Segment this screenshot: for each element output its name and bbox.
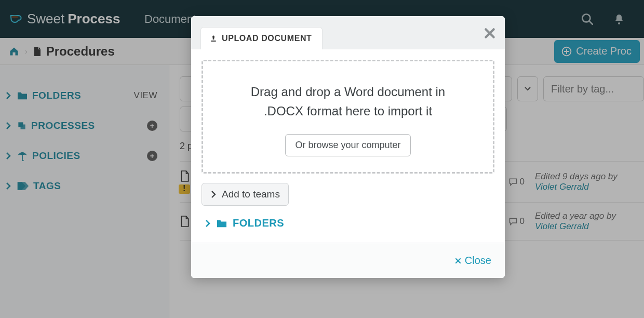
file-dropzone[interactable]: Drag and drop a Word document in .DOCX f…	[202, 60, 494, 174]
upload-document-modal: UPLOAD DOCUMENT Drag and drop a Word doc…	[191, 16, 505, 278]
folder-icon	[216, 219, 227, 228]
add-teams-label: Add to teams	[222, 189, 280, 200]
chevron-right-icon	[205, 219, 211, 228]
close-icon[interactable]	[483, 27, 497, 40]
browse-computer-button[interactable]: Or browse your computer	[285, 134, 410, 156]
modal-footer: Close	[191, 243, 505, 278]
close-button[interactable]: Close	[454, 255, 491, 267]
upload-document-tab[interactable]: UPLOAD DOCUMENT	[200, 27, 323, 49]
modal-folders-section[interactable]: FOLDERS	[202, 209, 494, 232]
upload-icon	[209, 34, 218, 43]
tab-label: UPLOAD DOCUMENT	[222, 34, 312, 43]
svg-rect-8	[211, 41, 216, 42]
chevron-right-icon	[210, 190, 217, 198]
modal-body: Drag and drop a Word document in .DOCX f…	[191, 49, 505, 243]
dropzone-text: Drag and drop a Word document in .DOCX f…	[234, 82, 462, 121]
x-icon	[454, 257, 462, 264]
modal-tabbar: UPLOAD DOCUMENT	[191, 16, 505, 49]
modal-folders-label: FOLDERS	[233, 217, 284, 229]
add-to-teams-button[interactable]: Add to teams	[202, 183, 289, 206]
close-label: Close	[465, 255, 491, 267]
